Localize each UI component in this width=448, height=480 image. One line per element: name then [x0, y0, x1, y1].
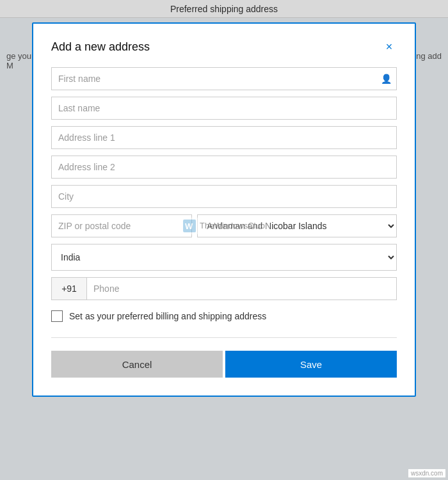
zip-state-row: Andaman and Nicobar Islands Andhra Prade…: [51, 214, 397, 237]
address-line1-input[interactable]: [51, 126, 397, 149]
dialog-title: Add a new address: [51, 40, 150, 54]
cancel-button[interactable]: Cancel: [51, 351, 223, 378]
first-name-input[interactable]: [51, 67, 397, 90]
dialog-divider: [51, 337, 397, 338]
billing-checkbox-label: Set as your preferred billing and shippi…: [69, 311, 266, 321]
city-input[interactable]: [51, 185, 397, 208]
country-select[interactable]: India United States United Kingdom Canad…: [51, 244, 397, 271]
last-name-field: [51, 97, 397, 120]
address-line2-field: [51, 156, 397, 179]
address-line1-field: [51, 126, 397, 149]
billing-checkbox-row: Set as your preferred billing and shippi…: [51, 310, 397, 322]
add-address-dialog: Add a new address × 👤 Andaman and Nicoba…: [32, 22, 416, 397]
address-line2-input[interactable]: [51, 156, 397, 179]
zip-input[interactable]: [51, 214, 192, 237]
last-name-input[interactable]: [51, 97, 397, 120]
dialog-header: Add a new address ×: [51, 39, 397, 54]
close-icon: ×: [386, 40, 393, 54]
first-name-field: 👤: [51, 67, 397, 90]
state-select[interactable]: Andaman and Nicobar Islands Andhra Prade…: [197, 214, 397, 237]
phone-input[interactable]: [87, 277, 397, 300]
phone-row: +91: [51, 277, 397, 300]
close-button[interactable]: ×: [381, 39, 397, 54]
phone-prefix: +91: [51, 277, 87, 300]
billing-checkbox[interactable]: [51, 310, 63, 322]
button-row: Cancel Save: [51, 351, 397, 378]
wsxdn-badge: wsxdn.com: [408, 469, 445, 477]
save-button[interactable]: Save: [225, 351, 397, 378]
city-field: [51, 185, 397, 208]
